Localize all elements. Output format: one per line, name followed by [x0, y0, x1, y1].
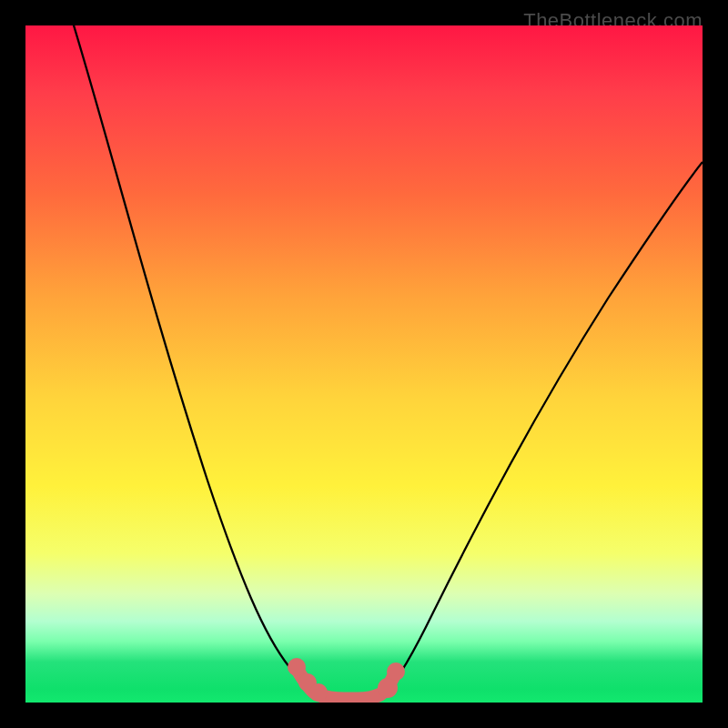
trough-bead: [309, 683, 328, 702]
trough-bead: [387, 662, 405, 681]
trough-bead: [378, 678, 398, 698]
curve-overlay: [25, 25, 703, 703]
chart-frame: TheBottleneck.com: [0, 0, 728, 728]
bottleneck-curve: [71, 25, 703, 699]
trough-bead: [288, 658, 306, 676]
gradient-plot-area: [25, 25, 703, 703]
